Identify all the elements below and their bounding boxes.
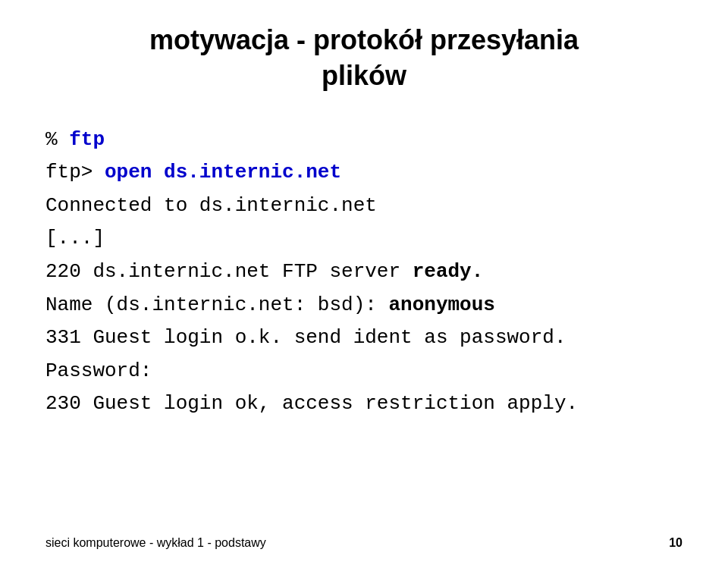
- footer: sieci komputerowe - wykład 1 - podstawy …: [0, 536, 728, 550]
- terminal-line-1: % ftp: [46, 124, 682, 156]
- line5-bold: ready.: [413, 260, 484, 283]
- terminal-line-7: 331 Guest login o.k. send ident as passw…: [46, 322, 682, 354]
- terminal-line-6: Name (ds.internic.net: bsd): anonymous: [46, 290, 682, 322]
- content-area: % ftp ftp> open ds.internic.net Connecte…: [0, 124, 728, 420]
- footer-text: sieci komputerowe - wykład 1 - podstawy: [46, 536, 266, 550]
- terminal-line-5: 220 ds.internic.net FTP server ready.: [46, 256, 682, 288]
- open-cmd: open ds.internic.net: [105, 161, 341, 184]
- footer-page-number: 10: [669, 536, 682, 550]
- terminal-block: % ftp ftp> open ds.internic.net Connecte…: [46, 124, 682, 420]
- page-title: motywacja - protokół przesyłania plików: [0, 23, 728, 94]
- line6-normal: Name (ds.internic.net: bsd):: [46, 293, 388, 316]
- terminal-line-2: ftp> open ds.internic.net: [46, 157, 682, 189]
- prompt-percent: %: [46, 128, 69, 151]
- terminal-line-8: Password:: [46, 356, 682, 388]
- terminal-line-9: 230 Guest login ok, access restriction a…: [46, 388, 682, 420]
- terminal-line-4: [...]: [46, 223, 682, 255]
- terminal-line-3: Connected to ds.internic.net: [46, 190, 682, 222]
- line6-bold: anonymous: [388, 293, 494, 316]
- ftp-prompt: ftp>: [46, 161, 105, 184]
- line5-normal: 220 ds.internic.net FTP server: [46, 260, 413, 283]
- ftp-cmd: ftp: [69, 128, 105, 151]
